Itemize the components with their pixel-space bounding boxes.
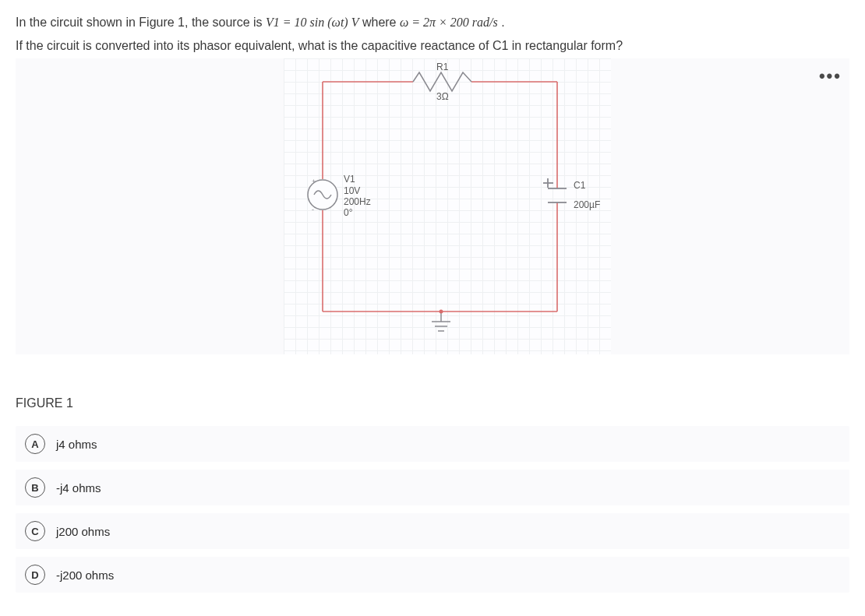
option-text: -j4 ohms [56,481,101,495]
option-a[interactable]: A j4 ohms [16,426,849,462]
option-c[interactable]: C j200 ohms [16,513,849,549]
question-line-1: In the circuit shown in Figure 1, the so… [16,12,849,33]
svg-text:+: + [312,178,316,185]
label-c1-name: C1 [574,180,585,191]
option-letter: D [25,565,45,585]
option-d[interactable]: D -j200 ohms [16,557,849,593]
label-v1-line2: 200Hz [344,196,371,207]
label-v1-line3: 0° [344,207,352,218]
question-line-2: If the circuit is converted into its pha… [16,36,849,56]
label-v1-name: V1 [344,174,355,185]
option-text: -j200 ohms [56,568,114,582]
label-c1-value: 200µF [574,199,600,210]
more-options-icon[interactable]: ••• [819,66,842,86]
ground-icon [432,310,450,332]
options-list: A j4 ohms B -j4 ohms C j200 ohms D -j200… [16,426,849,593]
svg-point-15 [440,310,443,314]
capacitor-icon [543,178,567,202]
q-text-mid: where [362,16,400,29]
formula-omega: ω = 2π × 200 rad/s [400,16,498,29]
label-v1-line1: 10V [344,185,360,196]
option-b[interactable]: B -j4 ohms [16,470,849,505]
option-text: j200 ohms [56,525,110,538]
ac-source-icon: + - [308,178,337,213]
q-text-suffix: . [501,16,504,29]
q-text-prefix: In the circuit shown in Figure 1, the so… [16,16,266,29]
option-text: j4 ohms [56,438,97,451]
option-letter: C [25,521,45,541]
label-r1-value: 3Ω [436,91,449,102]
figure-caption: FIGURE 1 [16,396,849,410]
resistor-icon [413,72,471,91]
formula-v1: V1 = 10 sin (ωt) V [266,16,358,29]
figure-panel: ••• + - [16,58,849,354]
option-letter: B [25,477,45,498]
option-letter: A [25,434,45,454]
svg-text:-: - [312,206,314,213]
label-r1-name: R1 [436,62,448,72]
